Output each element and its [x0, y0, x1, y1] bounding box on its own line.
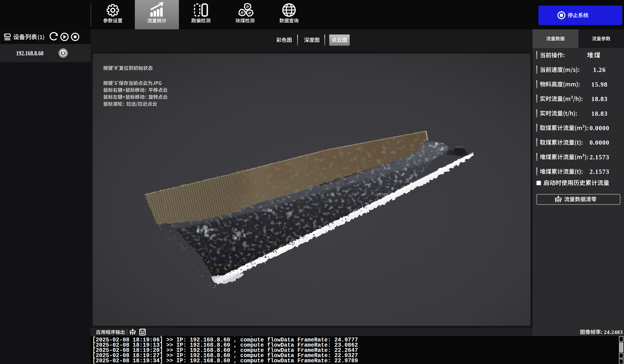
svg-text:0.0000: 0.0000 [590, 139, 609, 146]
svg-text:0.0000: 0.0000 [590, 125, 609, 132]
svg-text:18.83: 18.83 [591, 95, 608, 102]
svg-text:[2025-02-08 18:19:34] >> IP: 1: [2025-02-08 18:19:34] >> IP: 192.168.8.6… [92, 358, 358, 364]
svg-text:18.83: 18.83 [591, 110, 608, 117]
svg-text:192.168.8.60: 192.168.8.60 [16, 49, 44, 57]
svg-text:15.98: 15.98 [591, 81, 608, 88]
svg-text:24.2483: 24.2483 [604, 329, 623, 335]
svg-text:1.26: 1.26 [593, 66, 606, 73]
svg-text:2.1573: 2.1573 [590, 168, 609, 175]
svg-text:2.1573: 2.1573 [590, 154, 609, 161]
